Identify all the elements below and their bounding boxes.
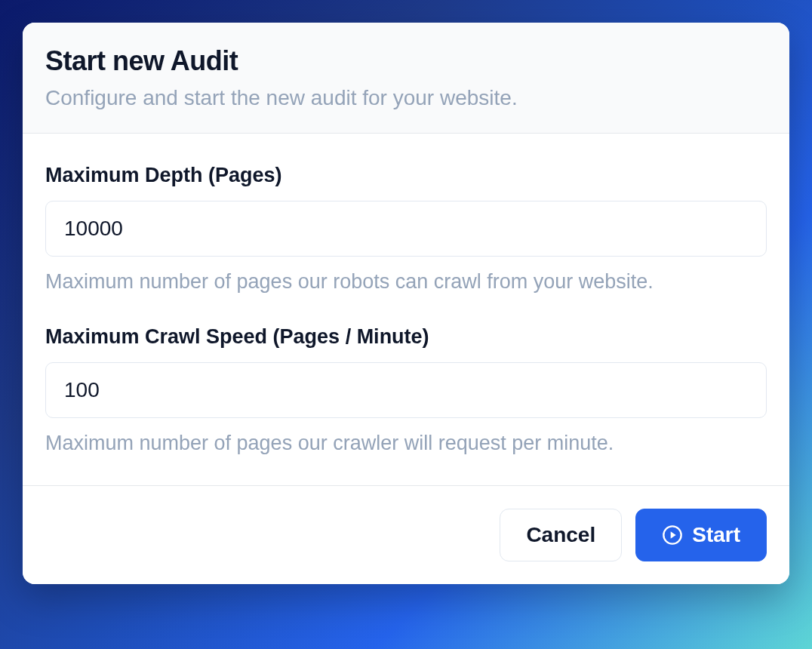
cancel-button[interactable]: Cancel xyxy=(500,509,622,561)
modal-footer: Cancel Start xyxy=(23,485,789,584)
max-depth-help: Maximum number of pages our robots can c… xyxy=(45,270,767,294)
play-circle-icon xyxy=(662,524,683,546)
modal-subtitle: Configure and start the new audit for yo… xyxy=(45,86,767,110)
cancel-button-label: Cancel xyxy=(526,524,595,546)
start-button-label: Start xyxy=(692,524,740,546)
audit-modal: Start new Audit Configure and start the … xyxy=(23,23,789,584)
max-depth-label: Maximum Depth (Pages) xyxy=(45,164,767,187)
modal-body: Maximum Depth (Pages) Maximum number of … xyxy=(23,134,789,485)
modal-header: Start new Audit Configure and start the … xyxy=(23,23,789,134)
max-speed-help: Maximum number of pages our crawler will… xyxy=(45,432,767,455)
modal-title: Start new Audit xyxy=(45,45,767,77)
max-speed-input[interactable] xyxy=(45,362,767,418)
max-depth-group: Maximum Depth (Pages) Maximum number of … xyxy=(45,164,767,294)
start-button[interactable]: Start xyxy=(635,509,767,561)
max-speed-group: Maximum Crawl Speed (Pages / Minute) Max… xyxy=(45,325,767,455)
max-speed-label: Maximum Crawl Speed (Pages / Minute) xyxy=(45,325,767,349)
svg-marker-1 xyxy=(671,531,676,538)
max-depth-input[interactable] xyxy=(45,201,767,257)
